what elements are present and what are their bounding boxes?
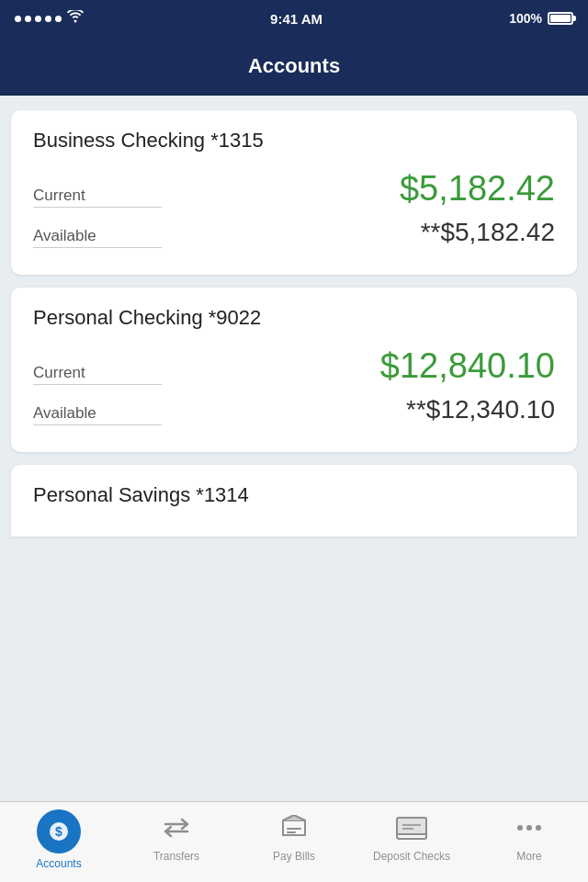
svg-point-10 — [536, 825, 541, 831]
account-available-value-1: **$5,182.42 — [421, 218, 555, 247]
account-available-row-1: Available **$5,182.42 — [33, 218, 555, 247]
svg-rect-3 — [287, 831, 296, 833]
tab-pay-bills-label: Pay Bills — [273, 850, 315, 863]
status-left — [15, 10, 84, 27]
status-bar: 9:41 AM 100% — [0, 0, 588, 37]
account-card-2[interactable]: Personal Checking *9022 Current $12,840.… — [11, 288, 577, 452]
svg-point-9 — [526, 825, 532, 831]
svg-text:$: $ — [55, 824, 62, 839]
pay-bills-icon — [272, 809, 316, 846]
account-card-3[interactable]: Personal Savings *1314 — [11, 465, 577, 537]
svg-rect-5 — [397, 818, 426, 834]
svg-point-8 — [517, 825, 523, 831]
tab-transfers[interactable]: Transfers — [118, 809, 235, 863]
account-current-label-2: Current — [33, 364, 85, 382]
tab-bar: $ Accounts Transfers Pay Bills — [0, 801, 588, 882]
nav-title: Accounts — [248, 54, 340, 78]
more-icon — [507, 809, 551, 846]
account-available-value-2: **$12,340.10 — [406, 395, 555, 424]
tab-more[interactable]: More — [470, 809, 588, 863]
status-time: 9:41 AM — [270, 11, 322, 27]
tab-deposit-checks[interactable]: Deposit Checks — [353, 809, 470, 863]
tab-pay-bills[interactable]: Pay Bills — [235, 809, 353, 863]
deposit-checks-icon — [390, 809, 434, 846]
nav-bar: Accounts — [0, 37, 588, 96]
battery-percentage: 100% — [509, 11, 542, 26]
account-current-value-2: $12,840.10 — [380, 346, 555, 386]
account-current-row-2: Current $12,840.10 — [33, 346, 555, 386]
svg-rect-2 — [287, 828, 301, 830]
tab-accounts-label: Accounts — [36, 857, 81, 870]
tab-transfers-label: Transfers — [153, 850, 199, 863]
account-available-label-2: Available — [33, 404, 96, 423]
tab-accounts[interactable]: $ Accounts — [0, 809, 118, 870]
status-right: 100% — [509, 11, 573, 26]
accounts-icon: $ — [37, 809, 81, 854]
account-current-label-1: Current — [33, 187, 85, 205]
account-name-2: Personal Checking *9022 — [33, 306, 555, 330]
account-current-row-1: Current $5,182.42 — [33, 169, 555, 209]
transfers-icon — [154, 809, 198, 846]
account-available-label-1: Available — [33, 227, 96, 245]
account-card-1[interactable]: Business Checking *1315 Current $5,182.4… — [11, 110, 577, 275]
wifi-icon — [67, 10, 84, 27]
account-available-row-2: Available **$12,340.10 — [33, 395, 555, 424]
tab-deposit-checks-label: Deposit Checks — [373, 850, 450, 863]
account-name-3: Personal Savings *1314 — [33, 483, 555, 507]
account-current-value-1: $5,182.42 — [400, 169, 555, 209]
battery-icon — [548, 12, 573, 25]
tab-more-label: More — [516, 850, 541, 863]
accounts-list: Business Checking *1315 Current $5,182.4… — [0, 96, 588, 801]
signal-icon — [15, 16, 62, 22]
account-name-1: Business Checking *1315 — [33, 129, 555, 153]
